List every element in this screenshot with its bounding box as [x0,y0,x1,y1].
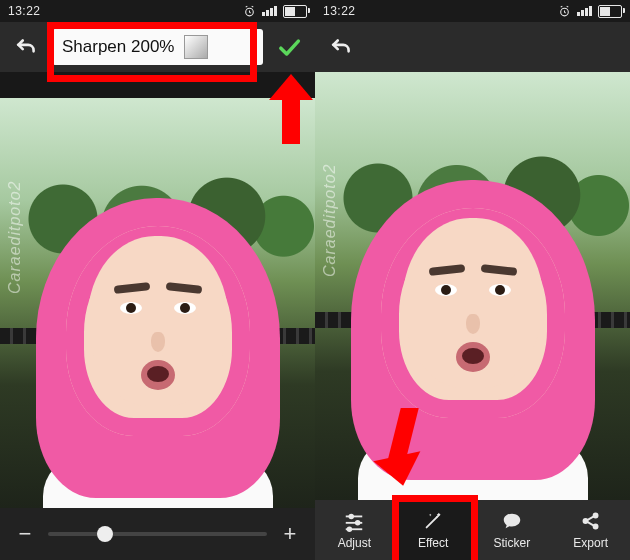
alarm-icon [558,5,571,18]
battery-icon [283,5,307,18]
decrease-button[interactable]: − [14,521,36,547]
intensity-slider[interactable] [48,532,267,536]
effect-value-label: Sharpen 200% [62,37,174,57]
tab-label: Export [573,536,608,550]
intensity-slider-bar: − + [0,508,315,560]
share-icon [579,510,603,532]
sliders-icon [342,510,366,532]
battery-icon [598,5,622,18]
alarm-icon [243,5,256,18]
bottom-tab-bar: Adjust Effect Sticker [315,500,630,560]
confirm-button[interactable] [271,29,307,65]
edit-canvas[interactable]: Caraeditpoto2 [0,98,315,508]
effect-preview-thumb-icon [184,35,208,59]
photo-preview [0,98,315,508]
tab-label: Adjust [338,536,371,550]
svg-point-5 [356,521,360,525]
status-time: 13:22 [323,4,356,18]
undo-button[interactable] [8,29,44,65]
signal-icon [262,6,277,16]
svg-point-7 [348,527,352,531]
status-bar: 13:22 [315,0,630,22]
tab-adjust[interactable]: Adjust [315,500,394,560]
tab-sticker[interactable]: Sticker [473,500,552,560]
status-bar: 13:22 [0,0,315,22]
increase-button[interactable]: + [279,521,301,547]
effect-value-pill[interactable]: Sharpen 200% [52,29,263,65]
svg-point-8 [583,519,587,523]
status-time: 13:22 [8,4,41,18]
svg-point-10 [593,524,597,528]
speech-bubble-icon [500,510,524,532]
tab-export[interactable]: Export [551,500,630,560]
edit-canvas[interactable]: Caraeditpoto2 [315,72,630,500]
editor-toolbar: Sharpen 200% [0,22,315,72]
svg-point-3 [350,515,354,519]
svg-line-12 [587,522,593,526]
photo-preview [315,72,630,500]
undo-button[interactable] [323,29,359,65]
main-toolbar [315,22,630,72]
tab-effect[interactable]: Effect [394,500,473,560]
tab-label: Sticker [494,536,531,550]
slider-knob-icon[interactable] [97,526,113,542]
svg-line-11 [587,516,593,520]
signal-icon [577,6,592,16]
svg-point-9 [593,513,597,517]
magic-wand-icon [421,510,445,532]
tab-label: Effect [418,536,448,550]
